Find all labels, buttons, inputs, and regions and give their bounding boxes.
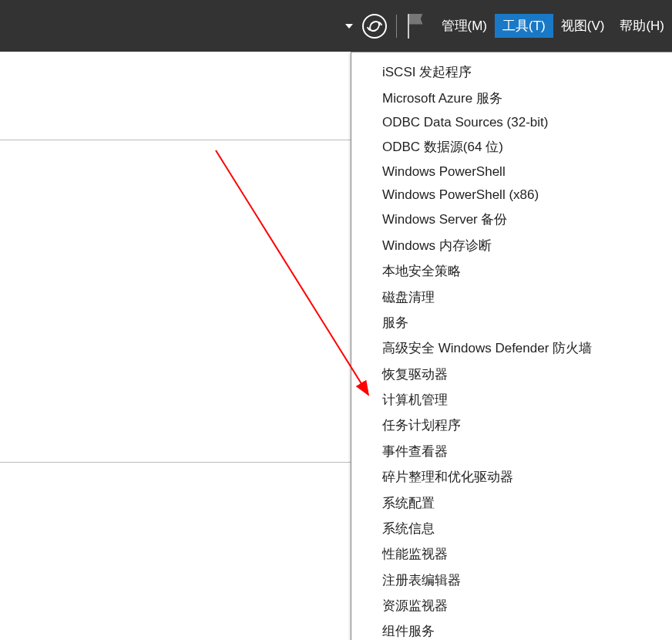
dropdown-item[interactable]: iSCSI 发起程序 (351, 59, 672, 85)
dropdown-item[interactable]: 系统信息 (351, 516, 672, 541)
dropdown-item[interactable]: ODBC Data Sources (32-bit) (351, 111, 672, 134)
dropdown-item[interactable]: 组件服务 (351, 618, 672, 640)
dropdown-item[interactable]: Microsoft Azure 服务 (351, 85, 672, 110)
dropdown-item[interactable]: 计算机管理 (351, 387, 672, 413)
dropdown-item[interactable]: 资源监视器 (351, 593, 672, 618)
dropdown-item[interactable]: 性能监视器 (351, 541, 672, 567)
dropdown-item[interactable]: 高级安全 Windows Defender 防火墙 (351, 335, 672, 361)
dropdown-item[interactable]: 事件查看器 (351, 439, 672, 464)
panel-divider (0, 462, 351, 463)
content-area (0, 52, 351, 640)
refresh-button[interactable] (362, 14, 387, 39)
dropdown-item[interactable]: Windows PowerShell (x86) (351, 184, 672, 207)
main-menu: 管理(M)工具(T)视图(V)帮助(H) (434, 0, 672, 52)
dropdown-item[interactable]: 恢复驱动器 (351, 362, 672, 387)
menu-item[interactable]: 管理(M) (434, 14, 495, 38)
dropdown-arrow-icon[interactable] (345, 24, 353, 29)
notifications-flag-icon[interactable] (406, 14, 426, 39)
dropdown-item[interactable]: 本地安全策略 (351, 258, 672, 284)
menu-item[interactable]: 工具(T) (495, 14, 553, 38)
menu-item[interactable]: 视图(V) (553, 14, 613, 38)
dropdown-item[interactable]: 系统配置 (351, 490, 672, 515)
dropdown-item[interactable]: 磁盘清理 (351, 284, 672, 309)
top-menu-bar: 管理(M)工具(T)视图(V)帮助(H) (0, 0, 672, 52)
panel-divider (0, 140, 351, 140)
tools-dropdown-menu: iSCSI 发起程序Microsoft Azure 服务ODBC Data So… (351, 52, 672, 640)
dropdown-item[interactable]: ODBC 数据源(64 位) (351, 134, 672, 160)
toolbar-left (0, 0, 434, 52)
dropdown-item[interactable]: 注册表编辑器 (351, 568, 672, 593)
menu-item[interactable]: 帮助(H) (612, 14, 672, 38)
dropdown-item[interactable]: 服务 (351, 310, 672, 335)
dropdown-item[interactable]: Windows Server 备份 (351, 207, 672, 232)
dropdown-item[interactable]: Windows PowerShell (351, 160, 672, 184)
refresh-icon (368, 19, 381, 33)
dropdown-item[interactable]: Windows 内存诊断 (351, 233, 672, 258)
dropdown-item[interactable]: 任务计划程序 (351, 413, 672, 438)
dropdown-item[interactable]: 碎片整理和优化驱动器 (351, 464, 672, 490)
toolbar-separator (396, 15, 397, 38)
